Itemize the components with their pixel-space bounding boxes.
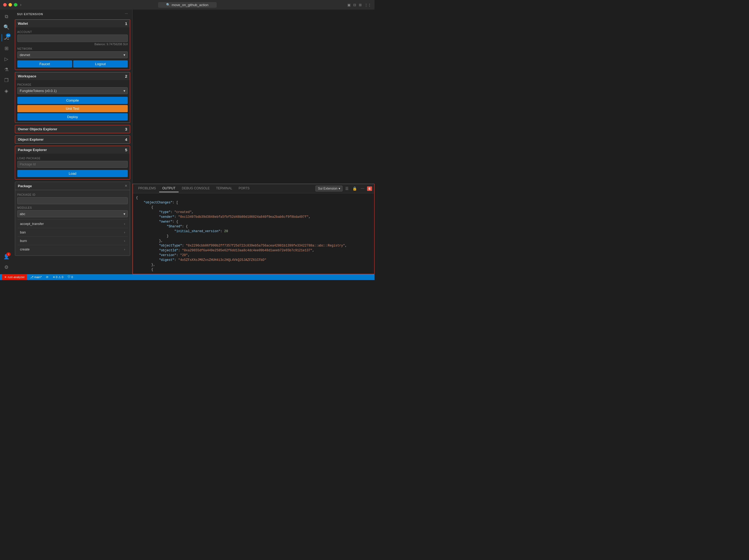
status-sync[interactable]: ⟳ (45, 275, 49, 279)
sidebar-item-copy[interactable]: ❐ (2, 75, 11, 85)
explorer-icon: ⧉ (5, 14, 8, 19)
chevron-down-icon: ▾ (124, 212, 125, 216)
owner-objects-panel-title[interactable]: Owner Objects Explorer 3 (15, 125, 130, 133)
sidebar-item-extensions[interactable]: ⊞ (2, 44, 11, 53)
branch-icon: ⎇ (30, 275, 34, 279)
traffic-lights (3, 3, 17, 7)
search-text: move_on_github_action (172, 3, 208, 7)
owner-objects-panel: Owner Objects Explorer 3 (15, 125, 130, 133)
list-icon[interactable]: ☰ (344, 186, 350, 191)
package-label: PACKAGE (17, 83, 128, 86)
object-explorer-panel: Object Explorer 4 (15, 135, 130, 143)
ports-count: 0 (71, 275, 73, 279)
panel-number-badge: 6 (367, 186, 372, 191)
object-explorer-panel-title[interactable]: Object Explorer 4 (15, 136, 130, 143)
error-count: 0 (56, 275, 58, 279)
chevron-down-icon: ▾ (124, 53, 125, 57)
package-popup-close-button[interactable]: × (125, 183, 127, 188)
chevron-down-icon: ▾ (339, 187, 340, 191)
package-popup-header: Package × (15, 182, 130, 190)
package-popup-content: Package Id Modules abc ▾ accept_transfer… (15, 190, 130, 255)
modules-dropdown[interactable]: abc ▾ (17, 210, 128, 217)
status-errors[interactable]: ✕ 0 ⚠ 0 (51, 275, 64, 279)
method-create[interactable]: create › (17, 245, 128, 253)
workspace-panel-title[interactable]: Workspace 2 (15, 72, 130, 80)
wallet-panel-number: 1 (125, 21, 127, 26)
layout-icon-2[interactable]: ⊟ (353, 3, 356, 7)
account-badge: 1 (6, 252, 10, 256)
sidebar-item-search[interactable]: 🔍 (2, 22, 11, 32)
faucet-button[interactable]: Faucet (17, 60, 72, 68)
method-burn[interactable]: burn › (17, 237, 128, 245)
layout-icon-4[interactable]: ⋮⋮ (364, 3, 371, 7)
popup-package-id-input[interactable] (17, 197, 128, 204)
activity-bar: ⧉ 🔍 ⎇ 14 ⊞ ▷ ⚗ ❐ ◈ 👤 1 ⚙ (0, 9, 13, 274)
copy-icon: ❐ (4, 77, 8, 83)
search-icon: 🔍 (166, 3, 170, 7)
ports-icon: ⛉ (68, 275, 70, 279)
nav-forward-button[interactable]: › (20, 2, 21, 7)
chevron-right-icon: › (124, 247, 125, 251)
search-bar[interactable]: 🔍 move_on_github_action (158, 2, 217, 8)
wallet-title-text: Wallet (18, 22, 28, 25)
tab-terminal[interactable]: TERMINAL (213, 185, 236, 192)
search-icon: 🔍 (3, 24, 9, 30)
sidebar-item-flask[interactable]: ⚗ (2, 65, 11, 74)
lock-icon[interactable]: 🔒 (351, 186, 358, 191)
activity-bar-bottom: 👤 1 ⚙ (2, 252, 11, 274)
popup-package-id-label: Package Id (17, 193, 128, 196)
unit-test-button[interactable]: Unit Test (17, 105, 128, 112)
error-x-icon: ✕ (4, 275, 7, 279)
method-ban[interactable]: ban › (17, 228, 128, 237)
tab-output[interactable]: OUTPUT (159, 185, 178, 192)
close-button[interactable] (3, 3, 7, 7)
account-icon-button[interactable]: 👤 1 (2, 252, 11, 261)
output-source-label: Sui Extension (318, 187, 337, 191)
deploy-button[interactable]: Deploy (17, 113, 128, 120)
tab-ports[interactable]: PORTS (235, 185, 253, 192)
status-branch[interactable]: ⎇ main* (29, 275, 43, 279)
extensions-icon: ⊞ (4, 45, 8, 51)
method-name: accept_transfer (20, 222, 44, 226)
status-error-label: rust-analyzer (8, 275, 25, 279)
layout-icon-1[interactable]: ▣ (347, 3, 350, 7)
bottom-panel: PROBLEMS OUTPUT DEBUG CONSOLE TERMINAL P… (132, 184, 374, 274)
object-explorer-title-text: Object Explorer (18, 137, 44, 141)
status-ports[interactable]: ⛉ 0 (67, 275, 74, 279)
network-dropdown[interactable]: devnet ▾ (17, 51, 128, 58)
compile-button[interactable]: Compile (17, 97, 128, 104)
output-source-dropdown[interactable]: Sui Extension ▾ (315, 186, 342, 192)
load-button[interactable]: Load (17, 170, 128, 177)
maximize-button[interactable] (14, 3, 17, 7)
sidebar-item-explorer[interactable]: ⧉ (2, 12, 11, 21)
package-explorer-panel-title[interactable]: Package Explorer 5 (15, 146, 130, 154)
balance-text: Balance: 9.74756208 SUI (17, 43, 128, 46)
tab-problems[interactable]: PROBLEMS (135, 185, 159, 192)
status-bar: ✕ rust-analyzer ⎇ main* ⟳ ✕ 0 ⚠ 0 ⛉ 0 (0, 274, 374, 280)
method-accept-transfer[interactable]: accept_transfer › (17, 219, 128, 228)
package-popup: Package × Package Id Modules abc ▾ accep… (15, 182, 130, 256)
flask-icon: ⚗ (4, 67, 8, 73)
layout-icon-3[interactable]: ⊞ (359, 3, 362, 7)
sidebar-item-sui[interactable]: ◈ (2, 86, 11, 96)
owner-objects-title-text: Owner Objects Explorer (18, 127, 57, 131)
workspace-panel-number: 2 (125, 74, 127, 79)
wallet-panel-title[interactable]: Wallet 1 (15, 20, 130, 27)
minimize-button[interactable] (8, 3, 12, 7)
package-dropdown[interactable]: FungibleTokens (v0.0.1) ▾ (17, 87, 128, 94)
package-id-input[interactable] (17, 161, 128, 168)
settings-button[interactable]: ⚙ (2, 263, 11, 272)
sidebar-item-source-control[interactable]: ⎇ 14 (2, 33, 11, 43)
warning-icon: ⚠ (58, 275, 61, 279)
sidebar-item-run[interactable]: ▷ (2, 54, 11, 64)
sidebar-menu-icon[interactable]: ⋯ (125, 12, 128, 16)
workspace-title-text: Workspace (18, 74, 36, 78)
sui-icon: ◈ (4, 88, 8, 94)
logout-button[interactable]: Logout (73, 60, 128, 68)
method-name: ban (20, 230, 26, 234)
status-error-item[interactable]: ✕ rust-analyzer (2, 274, 27, 280)
source-control-badge: 14 (6, 33, 10, 37)
more-icon[interactable]: ⋯ (360, 186, 365, 191)
sidebar-title: SUI EXTENSION (17, 13, 43, 16)
tab-debug-console[interactable]: DEBUG CONSOLE (178, 185, 213, 192)
